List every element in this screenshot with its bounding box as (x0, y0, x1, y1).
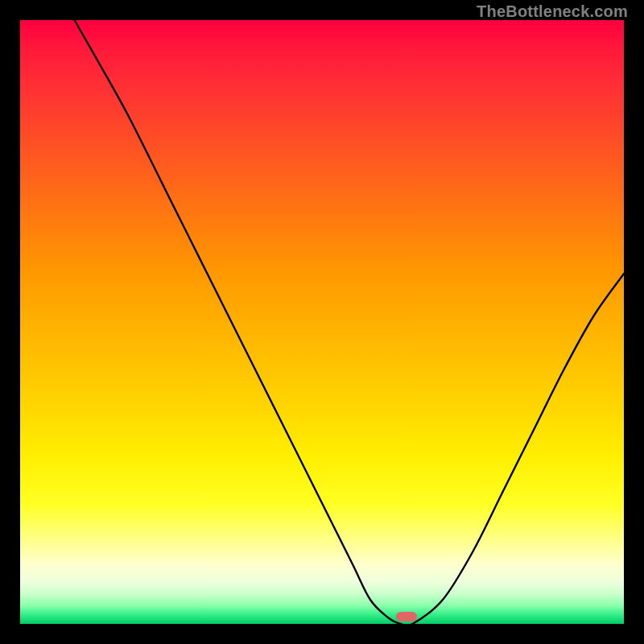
watermark-text: TheBottleneck.com (477, 2, 628, 21)
plot-area (20, 20, 624, 624)
bottleneck-curve (20, 20, 624, 624)
optimum-marker (396, 612, 417, 621)
chart-frame: TheBottleneck.com (0, 0, 644, 644)
